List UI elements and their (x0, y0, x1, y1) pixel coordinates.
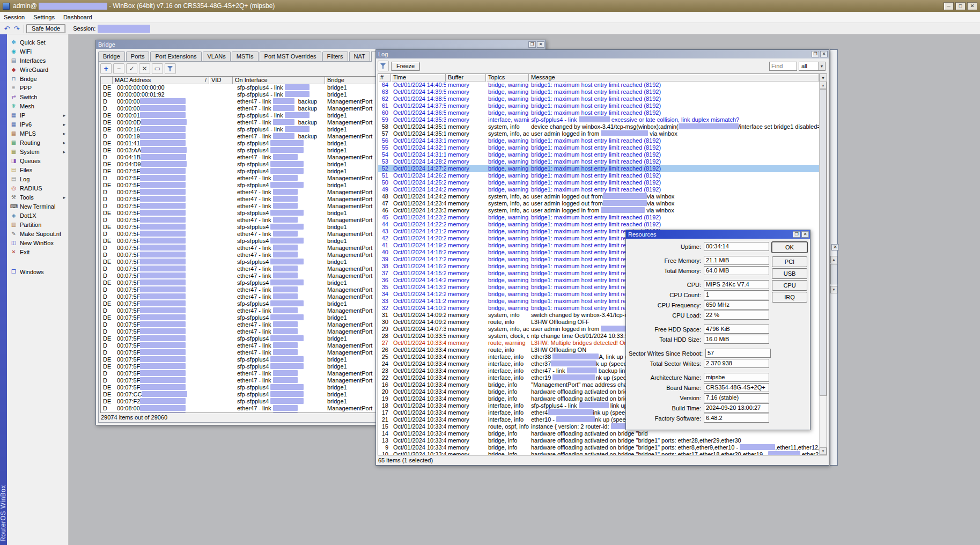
freeze-button[interactable]: Freeze (391, 62, 420, 71)
resources-window-titlebar[interactable]: Resources ❐ ✕ (626, 230, 810, 239)
tab-mstis[interactable]: MSTIs (232, 51, 259, 61)
log-row[interactable]: 47Oct/01/2024 14:23:43memorysystem, info… (378, 200, 819, 207)
log-row[interactable]: 10Oct/01/2024 10:33:40memorybridge, info… (378, 451, 819, 455)
disable-button[interactable]: ✕ (139, 63, 150, 74)
restore-button[interactable]: ❐ (812, 51, 819, 57)
log-row[interactable]: 49Oct/01/2024 14:24:28memorybridge, warn… (378, 186, 819, 193)
sidebar-item-bridge[interactable]: ⊓Bridge (7, 74, 68, 83)
log-row[interactable]: 57Oct/01/2024 14:35:14memorysystem, info… (378, 130, 819, 137)
tab-nat[interactable]: NAT (349, 51, 370, 61)
column-selector-button[interactable]: ▼ (819, 74, 827, 82)
sidebar-item-switch[interactable]: ⇄Switch (7, 92, 68, 101)
log-row[interactable]: 48Oct/01/2024 14:24:22memorysystem, info… (378, 193, 819, 200)
column-header-on-interface[interactable]: On Interface (233, 77, 325, 84)
sidebar-item-ppp[interactable]: ≡PPP (7, 83, 68, 92)
close-button[interactable]: ✕ (831, 244, 839, 251)
close-button[interactable]: ✕ (537, 41, 544, 48)
log-row[interactable]: 51Oct/01/2024 14:26:28memorybridge, warn… (378, 172, 819, 179)
menu-session[interactable]: Session (0, 12, 30, 23)
column-header-mac-address[interactable]: MAC Address / (113, 77, 209, 84)
log-row[interactable]: 52Oct/01/2024 14:27:28memorybridge, warn… (378, 165, 819, 172)
column-header-buffer[interactable]: Buffer (446, 74, 486, 82)
find-input[interactable] (769, 62, 797, 71)
filter-button[interactable] (378, 61, 389, 71)
scroll-up-button[interactable]: ▲ (820, 82, 827, 89)
tab-ports[interactable]: Ports (126, 51, 150, 61)
tab-bridge[interactable]: Bridge (98, 51, 125, 61)
sidebar-item-ip[interactable]: ▦IP▸ (7, 111, 68, 120)
log-row[interactable]: 54Oct/01/2024 14:31:14memorybridge, warn… (378, 151, 819, 158)
redo-button[interactable]: ↷ (12, 24, 21, 33)
restore-button[interactable]: ❐ (793, 231, 800, 238)
column-header-time[interactable]: Time (391, 74, 446, 82)
maximize-button[interactable]: □ (955, 2, 966, 10)
scroll-up-button[interactable]: ▲ (830, 256, 837, 263)
sidebar-item-exit[interactable]: ✕Exit (7, 247, 68, 256)
log-row[interactable]: 63Oct/01/2024 14:39:55memorybridge, warn… (378, 89, 819, 95)
log-row[interactable]: 50Oct/01/2024 14:25:28memorybridge, warn… (378, 179, 819, 186)
sidebar-item-ipv6[interactable]: ▦IPv6▸ (7, 120, 68, 129)
scrollbar-thumb[interactable] (820, 89, 827, 396)
scrollbar-thumb[interactable] (830, 264, 837, 284)
safe-mode-button[interactable]: Safe Mode (26, 24, 65, 33)
tab-vlans[interactable]: VLANs (203, 51, 231, 61)
log-row[interactable]: 46Oct/01/2024 14:23:34memorysystem, info… (378, 207, 819, 214)
log-row[interactable]: 45Oct/01/2024 14:23:28memorybridge, warn… (378, 214, 819, 221)
buffer-filter-dropdown[interactable]: all ▼ (799, 62, 826, 71)
sidebar-item-system[interactable]: ▦System▸ (7, 147, 68, 156)
irq-button[interactable]: IRQ (772, 292, 807, 303)
log-row[interactable]: 9Oct/01/2024 10:33:40memorybridge, infoh… (378, 444, 819, 451)
log-row[interactable]: 56Oct/01/2024 14:33:14memorybridge, warn… (378, 137, 819, 144)
log-window-titlebar[interactable]: Log ❐ ✕ (376, 50, 829, 58)
bridge-window-titlebar[interactable]: Bridge ❐ ✕ (96, 40, 546, 49)
remove-button[interactable]: − (113, 63, 124, 74)
sidebar-item-partition[interactable]: ▥Partition (7, 220, 68, 229)
sidebar-item-new-terminal[interactable]: ⌨New Terminal (7, 202, 68, 211)
sidebar-item-files[interactable]: ▤Files (7, 165, 68, 174)
column-header-item[interactable]: # (378, 74, 391, 82)
tab-filters[interactable]: Filters (322, 51, 348, 61)
usb-button[interactable]: USB (772, 268, 807, 279)
sidebar-item-windows[interactable]: ❐Windows (7, 267, 68, 276)
scroll-down-button[interactable]: ▼ (830, 286, 837, 293)
sidebar-item-dot1x[interactable]: ◈Dot1X (7, 211, 68, 220)
log-row[interactable]: 59Oct/01/2024 14:35:32memoryinterface, w… (378, 116, 819, 123)
sidebar-item-mpls[interactable]: ▦MPLS▸ (7, 129, 68, 138)
scroll-down-button[interactable]: ▼ (820, 447, 827, 455)
sidebar-item-quick-set[interactable]: ✻Quick Set (7, 38, 68, 47)
log-row[interactable]: 55Oct/01/2024 14:32:14memorybridge, warn… (378, 144, 819, 151)
pci-button[interactable]: PCI (772, 256, 807, 267)
log-row[interactable]: 53Oct/01/2024 14:28:28memorybridge, warn… (378, 158, 819, 165)
sidebar-item-interfaces[interactable]: ▤Interfaces (7, 56, 68, 65)
log-row[interactable]: 13Oct/01/2024 10:33:41memorybridge, info… (378, 437, 819, 444)
log-row[interactable]: 60Oct/01/2024 14:36:55memorybridge, warn… (378, 109, 819, 116)
tab-port-mst-overrides[interactable]: Port MST Overrides (260, 51, 321, 61)
log-row[interactable]: 44Oct/01/2024 14:22:27memorybridge, warn… (378, 221, 819, 228)
close-button[interactable]: ✕ (801, 231, 809, 238)
sidebar-item-make-supout-rif[interactable]: ✎Make Supout.rif (7, 229, 68, 238)
undo-button[interactable]: ↶ (2, 24, 12, 33)
filter-button[interactable] (165, 63, 176, 74)
minimize-button[interactable]: ─ (944, 2, 954, 10)
column-header-topics[interactable]: Topics (486, 74, 529, 82)
sidebar-item-radius[interactable]: ◎RADIUS (7, 183, 68, 193)
column-header-message[interactable]: Message (529, 74, 819, 82)
log-row[interactable]: 64Oct/01/2024 14:40:55memorybridge, warn… (378, 82, 819, 89)
restore-button[interactable]: ❐ (528, 41, 536, 48)
close-button[interactable]: ✕ (820, 51, 828, 57)
comment-button[interactable]: ▭ (152, 63, 163, 74)
sidebar-item-queues[interactable]: ◨Queues (7, 156, 68, 165)
sidebar-item-log[interactable]: ▤Log (7, 174, 68, 183)
column-header-flags[interactable] (101, 77, 113, 84)
log-row[interactable]: 61Oct/01/2024 14:37:55memorybridge, warn… (378, 102, 819, 109)
enable-button[interactable]: ✓ (126, 63, 137, 74)
log-row[interactable]: 62Oct/01/2024 14:38:55memorybridge, warn… (378, 95, 819, 102)
sidebar-item-wireguard[interactable]: ◆WireGuard (7, 65, 68, 74)
sidebar-item-wifi[interactable]: ◉WiFi (7, 47, 68, 56)
sidebar-item-tools[interactable]: ⚒Tools▸ (7, 193, 68, 202)
sidebar-item-new-winbox[interactable]: ◫New WinBox (7, 238, 68, 247)
tab-port-extensions[interactable]: Port Extensions (150, 51, 201, 61)
sidebar-item-mesh[interactable]: ❋Mesh (7, 101, 68, 111)
cpu-button[interactable]: CPU (772, 280, 807, 291)
add-button[interactable]: + (100, 63, 112, 74)
